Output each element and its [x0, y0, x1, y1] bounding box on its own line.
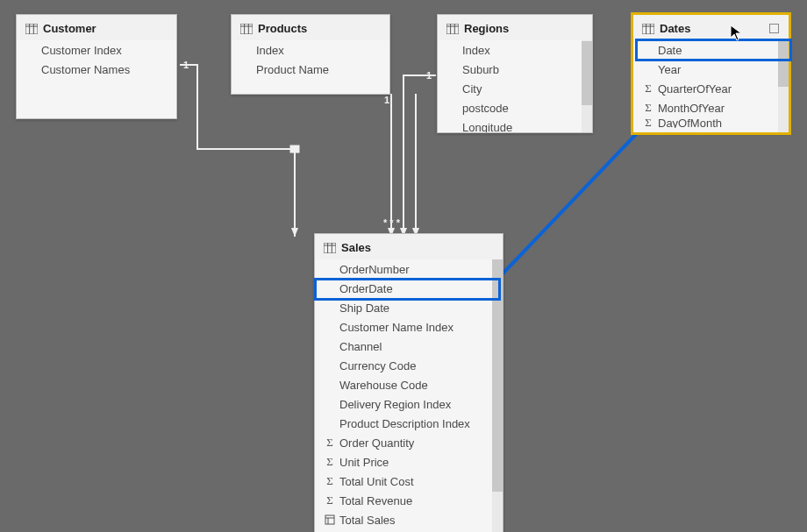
- field-row[interactable]: OrderNumber: [315, 259, 492, 279]
- table-icon: [25, 24, 38, 34]
- table-regions[interactable]: Regions Index Suburb City postcode Longi…: [437, 14, 593, 133]
- maximize-icon[interactable]: [768, 23, 780, 35]
- svg-rect-0: [290, 145, 299, 153]
- table-icon: [446, 24, 459, 34]
- field-label: DayOfMonth: [658, 117, 722, 128]
- table-header[interactable]: Sales: [315, 234, 503, 259]
- field-row[interactable]: City: [438, 79, 582, 98]
- sigma-icon: Σ: [642, 101, 654, 115]
- scrollbar[interactable]: [492, 259, 503, 532]
- svg-marker-1: [291, 228, 298, 237]
- field-row[interactable]: Σ Total Revenue: [315, 491, 492, 510]
- field-row[interactable]: Customer Names: [17, 60, 176, 79]
- field-list: Index Product Name: [232, 40, 389, 94]
- field-row[interactable]: Σ DayOfMonth: [633, 117, 778, 128]
- svg-rect-18: [446, 24, 459, 34]
- svg-rect-14: [240, 24, 253, 34]
- field-label: Unit Price: [339, 456, 389, 469]
- sigma-icon: Σ: [324, 474, 336, 488]
- field-row[interactable]: postcode: [438, 98, 582, 117]
- svg-rect-22: [642, 24, 654, 34]
- field-row[interactable]: Index: [232, 40, 389, 60]
- field-row[interactable]: Index: [438, 40, 582, 60]
- field-row[interactable]: Product Name: [232, 60, 389, 79]
- field-list: OrderNumber OrderDate Ship Date Customer…: [315, 259, 492, 532]
- measure-icon: [324, 514, 336, 525]
- table-header[interactable]: Products: [232, 15, 389, 40]
- svg-rect-27: [324, 243, 336, 253]
- sigma-icon: Σ: [642, 117, 654, 128]
- field-row[interactable]: Σ MonthOfYear: [633, 98, 778, 117]
- field-label: QuarterOfYear: [658, 82, 732, 96]
- field-row[interactable]: Channel: [315, 337, 492, 356]
- table-dates[interactable]: Dates Date Year Σ QuarterOfYear Σ MonthO…: [632, 14, 789, 133]
- field-row[interactable]: Date: [633, 40, 778, 60]
- field-list: Date Year Σ QuarterOfYear Σ MonthOfYear …: [633, 40, 778, 132]
- svg-text:1: 1: [183, 60, 189, 70]
- svg-rect-10: [25, 24, 38, 34]
- table-title: Dates: [660, 22, 690, 35]
- table-title: Customer: [43, 22, 96, 35]
- table-title: Products: [258, 22, 307, 35]
- field-list: Customer Index Customer Names: [17, 40, 176, 118]
- field-row[interactable]: Product Description Index: [315, 414, 492, 433]
- field-row[interactable]: Σ Unit Price: [315, 452, 492, 472]
- svg-rect-31: [325, 515, 334, 524]
- table-icon: [324, 243, 336, 253]
- field-row[interactable]: Total Sales: [315, 510, 492, 529]
- field-label: Total Revenue: [339, 494, 412, 507]
- field-row[interactable]: OrderDate: [315, 279, 492, 298]
- sigma-icon: Σ: [324, 436, 336, 450]
- table-header[interactable]: Customer: [17, 15, 176, 40]
- field-label: Total Sales: [339, 514, 396, 527]
- field-row[interactable]: Delivery Region Index: [315, 394, 492, 414]
- field-row[interactable]: Customer Name Index: [315, 317, 492, 337]
- field-label: Total Unit Cost: [339, 475, 414, 488]
- table-icon: [642, 24, 654, 34]
- scrollbar[interactable]: [778, 40, 789, 132]
- table-title: Sales: [341, 241, 371, 254]
- field-row[interactable]: Customer Index: [17, 40, 176, 60]
- svg-rect-26: [769, 25, 778, 33]
- svg-text:* * *: * * *: [383, 217, 401, 228]
- field-label: MonthOfYear: [658, 102, 725, 115]
- sigma-icon: Σ: [324, 493, 336, 507]
- model-canvas[interactable]: 1 1 1 * * * Customer Customer Index Cust…: [0, 0, 807, 532]
- svg-text:1: 1: [384, 95, 389, 105]
- field-label: Order Quantity: [339, 436, 414, 450]
- field-row[interactable]: Suburb: [438, 60, 582, 79]
- field-row[interactable]: Longitude: [438, 117, 582, 132]
- table-sales[interactable]: Sales OrderNumber OrderDate Ship Date Cu…: [314, 233, 503, 532]
- table-customer[interactable]: Customer Customer Index Customer Names: [16, 14, 177, 119]
- table-icon: [240, 24, 253, 34]
- field-row[interactable]: Warehouse Code: [315, 375, 492, 394]
- scrollbar[interactable]: [582, 40, 592, 132]
- svg-text:1: 1: [426, 70, 432, 81]
- field-row[interactable]: Σ QuarterOfYear: [633, 79, 778, 98]
- table-products[interactable]: Products Index Product Name: [231, 14, 390, 95]
- sigma-icon: Σ: [642, 82, 654, 96]
- table-title: Regions: [464, 22, 509, 35]
- field-row[interactable]: Σ Total Unit Cost: [315, 472, 492, 491]
- field-row[interactable]: Σ Order Quantity: [315, 433, 492, 452]
- field-row[interactable]: Year: [633, 60, 778, 79]
- field-row[interactable]: Currency Code: [315, 356, 492, 375]
- field-list: Index Suburb City postcode Longitude: [438, 40, 582, 132]
- table-header[interactable]: Regions: [438, 15, 592, 40]
- table-header[interactable]: Dates: [633, 15, 789, 40]
- field-row[interactable]: Ship Date: [315, 298, 492, 317]
- sigma-icon: Σ: [324, 455, 336, 469]
